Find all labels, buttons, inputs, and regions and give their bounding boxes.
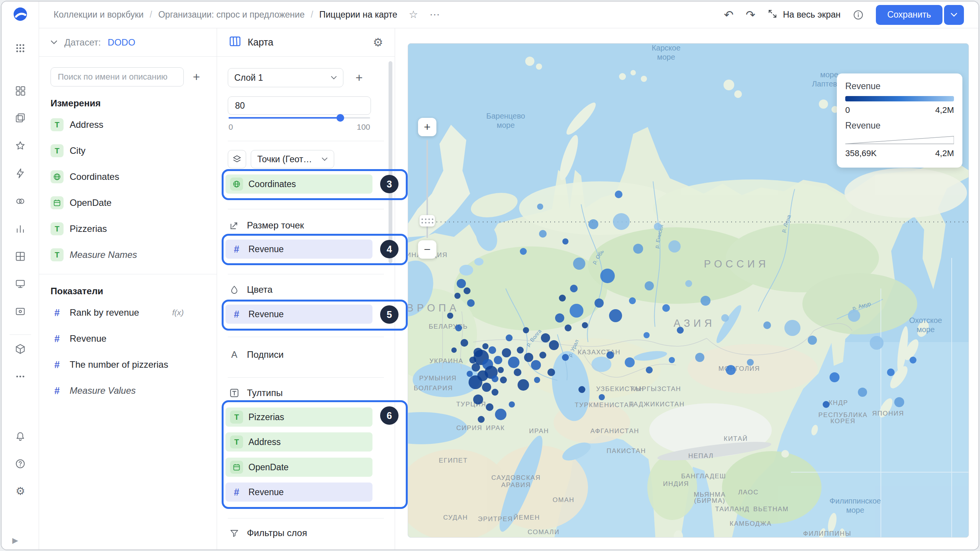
svg-text:ОМАН: ОМАН <box>553 496 575 504</box>
save-split-button: Сохранить <box>876 5 964 25</box>
chevron-down-icon <box>322 157 328 161</box>
undo-icon[interactable]: ↶ <box>724 9 733 21</box>
datalens-logo[interactable] <box>12 6 29 23</box>
points-field-chip[interactable]: Coordinates <box>225 174 372 194</box>
section-divider <box>228 518 384 518</box>
chevron-down-icon <box>331 76 337 80</box>
field-address[interactable]: T Address <box>51 112 205 138</box>
info-icon[interactable] <box>853 10 864 20</box>
legend-size-min: 358,69K <box>845 148 877 158</box>
save-button[interactable]: Сохранить <box>876 5 942 25</box>
svg-text:ФИЛИППИНЫ: ФИЛИППИНЫ <box>803 530 851 537</box>
opacity-slider[interactable] <box>229 117 370 119</box>
legend-size-max: 4,2M <box>935 148 954 158</box>
zoom-in-button[interactable]: + <box>418 118 436 136</box>
field-city[interactable]: T City <box>51 138 205 164</box>
storage-icon[interactable] <box>12 303 29 320</box>
field-opendate[interactable]: OpenDate <box>51 190 205 216</box>
zoom-out-button[interactable]: − <box>418 240 436 259</box>
number-type-icon: # <box>51 359 64 370</box>
field-measure-names[interactable]: T Measure Names <box>51 242 205 268</box>
geotype-select[interactable]: Точки (Геот… <box>251 150 334 168</box>
zoom-slider-handle[interactable] <box>420 215 435 227</box>
tooltip-field-chip[interactable]: T Address <box>225 432 372 452</box>
legend-size-title: Revenue <box>845 121 954 131</box>
layer-select[interactable]: Слой 1 <box>228 68 343 87</box>
svg-text:НЕПАЛ: НЕПАЛ <box>688 452 714 460</box>
colors-field-chip[interactable]: # Revenue <box>225 305 372 324</box>
notifications-bell-icon[interactable] <box>12 428 29 445</box>
config-scrollbar[interactable] <box>389 61 392 263</box>
field-measure-values[interactable]: # Measure Values <box>51 378 205 404</box>
breadcrumb-separator: / <box>311 10 313 20</box>
svg-text:КЫРГЫЗСТАН: КЫРГЫЗСТАН <box>631 385 681 393</box>
map-canvas[interactable]: КарскоемореБаренцевоморемореЛаптевыхОхот… <box>408 43 969 538</box>
expand-rail-button[interactable]: ▶ <box>12 536 18 545</box>
left-rail: ⚙ ▶ <box>2 2 39 549</box>
field-rank-by-revenue[interactable]: # Rank by revenue f(x) <box>51 300 205 326</box>
measures-title: Показатели <box>51 286 205 297</box>
size-field-chip[interactable]: # Revenue <box>225 240 372 259</box>
section-divider <box>228 337 384 337</box>
charts-icon[interactable] <box>12 220 29 237</box>
chart-type-header: Карта ⚙ <box>217 28 395 57</box>
section-divider <box>228 141 384 141</box>
search-input[interactable] <box>51 67 184 86</box>
svg-text:ТУРКМЕНИСТАН: ТУРКМЕНИСТАН <box>575 401 634 409</box>
cube-icon[interactable] <box>12 341 29 357</box>
more-services-icon[interactable] <box>12 368 29 385</box>
svg-text:ЭРИТРЕЯ: ЭРИТРЕЯ <box>478 515 513 523</box>
datasets-grid-icon[interactable] <box>12 248 29 265</box>
layer-opacity-input[interactable]: 80 <box>228 96 371 115</box>
add-field-button[interactable]: + <box>188 68 205 86</box>
map-chart-icon[interactable] <box>229 35 242 50</box>
text-type-icon: T <box>51 144 64 157</box>
save-dropdown-button[interactable] <box>944 5 964 25</box>
settings-gear-icon[interactable]: ⚙ <box>12 483 29 500</box>
text-type-icon: T <box>230 411 243 424</box>
point-size-section: Размер точек <box>229 220 304 231</box>
dashboards-icon[interactable] <box>12 82 29 99</box>
favorite-star-icon[interactable]: ☆ <box>409 10 418 20</box>
dataset-name-link[interactable]: DODO <box>108 37 135 48</box>
fullscreen-button[interactable]: На весь экран <box>768 9 841 21</box>
tooltip-field-chip[interactable]: # Revenue <box>225 483 372 502</box>
collections-icon[interactable] <box>12 109 29 126</box>
field-coordinates[interactable]: Coordinates <box>51 164 205 190</box>
more-menu-icon[interactable]: ⋯ <box>430 10 440 20</box>
annotation-badge-4: 4 <box>380 240 399 258</box>
breadcrumb-separator: / <box>150 10 152 20</box>
field-number-of-pizzerias[interactable]: # The number of pizzerias <box>51 352 205 378</box>
help-icon[interactable] <box>12 455 29 472</box>
filter-funnel-icon <box>229 528 240 538</box>
tooltip-field-chip[interactable]: OpenDate <box>225 458 372 477</box>
labels-section[interactable]: А Подписи <box>229 349 284 360</box>
geolayer-type-icon[interactable] <box>228 150 246 168</box>
presentations-icon[interactable] <box>12 276 29 292</box>
svg-text:УКРАИНА: УКРАИНА <box>430 357 464 365</box>
tooltip-field-chip[interactable]: T Pizzerias <box>225 408 372 427</box>
svg-text:ЛАОС: ЛАОС <box>738 489 759 496</box>
opacity-slider-knob[interactable] <box>336 114 344 122</box>
add-layer-button[interactable]: + <box>350 68 369 87</box>
chevron-down-icon[interactable] <box>51 40 57 44</box>
svg-text:МЬЯНМА(БИРМА): МЬЯНМА(БИРМА) <box>694 491 726 504</box>
chart-settings-gear-icon[interactable]: ⚙ <box>373 36 383 49</box>
labels-a-icon: А <box>229 349 240 360</box>
monitoring-icon[interactable] <box>12 193 29 210</box>
redo-icon[interactable]: ↷ <box>746 9 755 21</box>
favorites-star-icon[interactable] <box>12 137 29 154</box>
formula-icon: f(x) <box>172 308 184 317</box>
point-size-icon <box>229 220 240 230</box>
layer-filters-section[interactable]: Фильтры слоя <box>229 527 307 539</box>
svg-text:ТАИЛАНД: ТАИЛАНД <box>715 505 750 513</box>
breadcrumb-workbook[interactable]: Организации: спрос и предложение <box>158 10 304 20</box>
field-revenue[interactable]: # Revenue <box>51 326 205 352</box>
apps-grid-icon[interactable] <box>12 40 29 57</box>
section-divider <box>228 209 384 209</box>
fullscreen-label: На весь экран <box>783 10 841 20</box>
editor-bolt-icon[interactable] <box>12 165 29 182</box>
svg-text:ВЬЕТНАМ: ВЬЕТНАМ <box>753 505 789 513</box>
field-pizzerias[interactable]: T Pizzerias <box>51 216 205 242</box>
breadcrumb-collections[interactable]: Коллекции и воркбуки <box>54 10 144 20</box>
